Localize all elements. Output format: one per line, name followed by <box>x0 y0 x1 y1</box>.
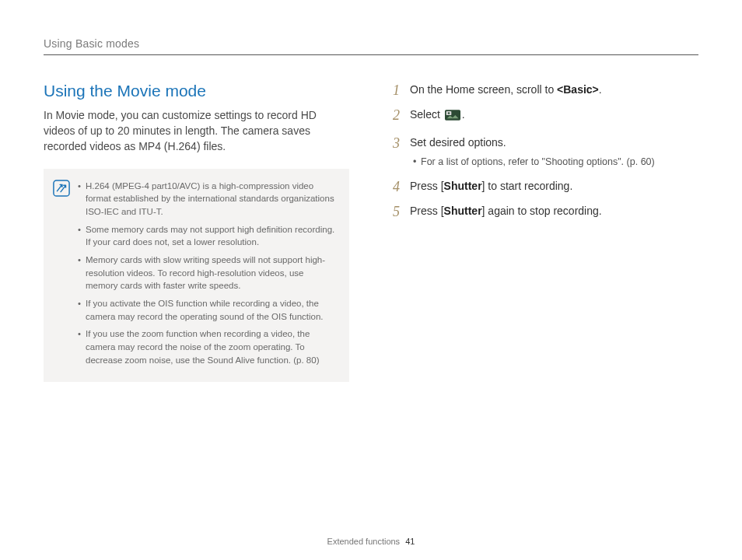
step-text: . <box>599 83 602 96</box>
step-number: 2 <box>393 105 400 125</box>
step-text: Press [ <box>410 205 444 217</box>
manual-page: Using Basic modes Using the Movie mode I… <box>0 0 742 560</box>
note-item: If you use the zoom function when record… <box>78 327 337 366</box>
step-1: 1 On the Home screen, scroll to <Basic>. <box>393 82 698 97</box>
note-icon <box>53 180 70 372</box>
step-bold: Shutter <box>444 180 482 192</box>
step-text: ] to start recording. <box>482 180 573 192</box>
note-list: H.264 (MPEG-4 part10/AVC) is a high-comp… <box>78 180 337 372</box>
page-number: 41 <box>405 537 415 546</box>
intro-paragraph: In Movie mode, you can customize setting… <box>44 108 349 155</box>
step-bold: <Basic> <box>557 83 599 96</box>
note-item: Memory cards with slow writing speeds wi… <box>78 254 337 292</box>
step-bold: Shutter <box>444 205 482 217</box>
step-number: 5 <box>393 201 400 222</box>
page-footer: Extended functions 41 <box>0 537 742 546</box>
right-column: 1 On the Home screen, scroll to <Basic>.… <box>393 82 698 382</box>
movie-mode-icon <box>445 109 460 124</box>
step-number: 3 <box>393 133 400 153</box>
step-number: 4 <box>393 177 400 197</box>
note-item: H.264 (MPEG-4 part10/AVC) is a high-comp… <box>78 180 337 219</box>
section-title: Using the Movie mode <box>44 82 349 100</box>
step-number: 1 <box>393 80 400 100</box>
two-column-layout: Using the Movie mode In Movie mode, you … <box>44 82 698 382</box>
note-box: H.264 (MPEG-4 part10/AVC) is a high-comp… <box>44 169 349 383</box>
step-2: 2 Select . <box>393 107 698 124</box>
substep-item: For a list of options, refer to "Shootin… <box>410 155 698 169</box>
footer-section: Extended functions <box>327 537 401 546</box>
note-item: If you activate the OIS function while r… <box>78 297 337 323</box>
left-column: Using the Movie mode In Movie mode, you … <box>44 82 349 382</box>
step-text: ] again to stop recording. <box>482 205 602 217</box>
substep-list: For a list of options, refer to "Shootin… <box>410 155 698 169</box>
step-text: On the Home screen, scroll to <box>410 83 557 96</box>
svg-point-3 <box>448 113 450 115</box>
step-3: 3 Set desired options. For a list of opt… <box>393 135 698 169</box>
step-text: Set desired options. <box>410 136 506 149</box>
step-4: 4 Press [Shutter] to start recording. <box>393 178 698 194</box>
step-text: Select <box>410 108 443 121</box>
step-5: 5 Press [Shutter] again to stop recordin… <box>393 203 698 219</box>
svg-rect-0 <box>54 180 69 196</box>
running-header: Using Basic modes <box>44 37 698 55</box>
note-item: Some memory cards may not support high d… <box>78 223 337 249</box>
step-text: . <box>462 108 465 121</box>
step-text: Press [ <box>410 180 444 192</box>
steps-list: 1 On the Home screen, scroll to <Basic>.… <box>393 82 698 219</box>
